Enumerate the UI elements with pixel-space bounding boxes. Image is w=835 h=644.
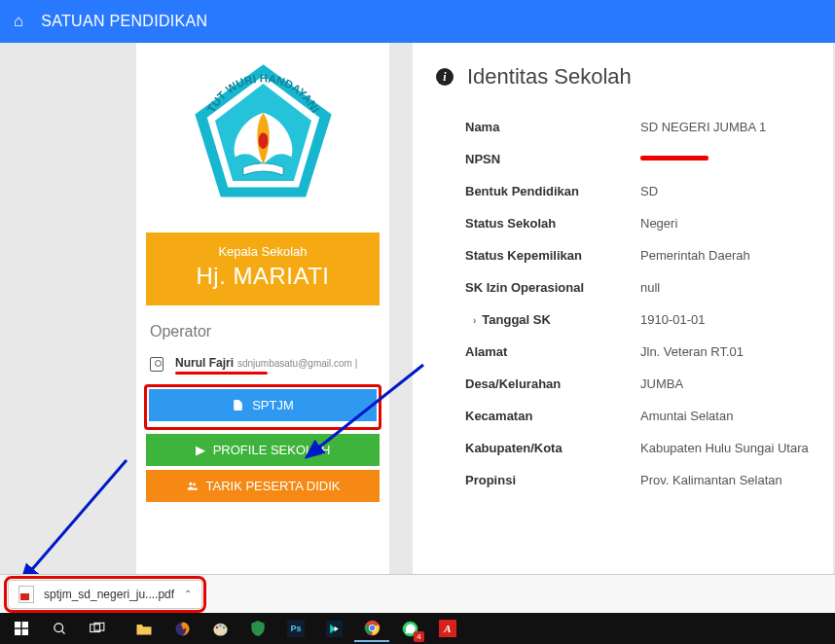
identity-row: KecamatanAmuntai Selatan xyxy=(436,400,810,432)
document-icon xyxy=(232,399,244,411)
identity-row: NamaSD NEGERI JUMBA 1 xyxy=(436,111,810,143)
identity-key: Alamat xyxy=(465,344,640,359)
start-button[interactable] xyxy=(4,615,39,642)
svg-point-2 xyxy=(189,483,192,485)
identity-row: Kabupaten/KotaKabupaten Hulu Sungai Utar… xyxy=(436,432,810,464)
identity-value: Kabupaten Hulu Sungai Utara xyxy=(640,441,809,455)
svg-point-18 xyxy=(222,626,225,628)
identity-section-header: i Identitas Sekolah xyxy=(436,64,810,89)
head-teacher-box: Kepala Sekolah Hj. MARIATI xyxy=(146,233,380,305)
pdf-icon xyxy=(18,586,34,603)
firefox-icon[interactable] xyxy=(164,615,200,642)
identity-row: Desa/KelurahanJUMBA xyxy=(436,368,810,400)
profile-button-label: PROFILE SEKOLAH xyxy=(213,443,331,457)
svg-point-3 xyxy=(193,483,196,486)
chrome-icon[interactable] xyxy=(354,615,389,642)
identity-value: SD NEGERI JUMBA 1 xyxy=(640,120,766,134)
chevron-up-icon[interactable]: ⌃ xyxy=(184,589,192,599)
identity-section-title: Identitas Sekolah xyxy=(467,64,632,89)
svg-point-17 xyxy=(219,624,222,626)
identity-key: Kabupaten/Kota xyxy=(465,441,640,455)
identity-row: Bentuk PendidikanSD xyxy=(436,175,810,207)
operator-row: Nurul Fajri sdnjumbasatu@gmail.com | xyxy=(146,354,380,375)
head-teacher-label: Kepala Sekolah xyxy=(154,244,372,259)
play-icon: ▶ xyxy=(196,443,205,457)
identity-row: AlamatJln. Veteran RT.01 xyxy=(436,336,810,368)
svg-point-10 xyxy=(54,623,62,631)
identity-value: Jln. Veteran RT.01 xyxy=(640,344,744,359)
identity-list: NamaSD NEGERI JUMBA 1NPSNBentuk Pendidik… xyxy=(436,111,810,496)
identity-row: PropinsiProv. Kalimantan Selatan xyxy=(436,464,810,496)
identity-row: Status SekolahNegeri xyxy=(436,207,810,239)
highlight-sptjm: SPTJM xyxy=(144,384,381,430)
app-header: ⌂ SATUAN PENDIDIKAN xyxy=(0,0,835,43)
identity-value: null xyxy=(640,280,660,295)
task-view-icon[interactable] xyxy=(80,615,115,642)
identity-value: SD xyxy=(640,184,658,198)
left-panel: TUT WURI HANDAYANI Kepala Sekolah Hj. MA… xyxy=(136,43,389,597)
sptjm-button[interactable]: SPTJM xyxy=(149,389,377,421)
filmora-icon[interactable] xyxy=(316,615,351,642)
identity-key: Kecamatan xyxy=(465,409,640,423)
identity-value: Pemerintah Daerah xyxy=(640,248,750,263)
operator-section-label: Operator xyxy=(150,323,380,340)
identity-value: JUMBA xyxy=(640,376,683,391)
svg-rect-7 xyxy=(22,622,28,627)
identity-value: Amuntai Selatan xyxy=(640,409,733,423)
identity-value: Negeri xyxy=(640,216,677,231)
identity-key: SK Izin Operasional xyxy=(465,280,640,295)
antivirus-icon[interactable] xyxy=(240,615,275,642)
chevron-right-icon: › xyxy=(473,315,476,326)
svg-rect-6 xyxy=(15,622,20,627)
operator-email: sdnjumbasatu@gmail.com | xyxy=(237,358,357,369)
profile-sekolah-button[interactable]: ▶ PROFILE SEKOLAH xyxy=(146,434,380,466)
acrobat-icon[interactable]: A xyxy=(430,615,465,642)
whatsapp-icon[interactable]: 4 xyxy=(392,615,427,642)
identity-value: Prov. Kalimantan Selatan xyxy=(640,473,782,487)
windows-taskbar: Ps 4 A xyxy=(0,613,835,644)
file-explorer-icon[interactable] xyxy=(127,615,162,642)
svg-point-16 xyxy=(215,626,218,628)
identity-key: NPSN xyxy=(465,152,640,166)
tarik-button-label: TARIK PESERTA DIDIK xyxy=(206,479,341,493)
identity-key: Status Sekolah xyxy=(465,216,640,231)
download-filename: sptjm_sd_negeri_ju....pdf xyxy=(44,588,174,601)
sptjm-button-label: SPTJM xyxy=(252,398,294,412)
download-chip[interactable]: sptjm_sd_negeri_ju....pdf ⌃ xyxy=(8,580,202,609)
identity-key: Nama xyxy=(465,120,640,134)
identity-key: Status Kepemilikan xyxy=(465,248,640,263)
identity-key: Desa/Kelurahan xyxy=(465,376,640,391)
svg-point-22 xyxy=(369,625,374,629)
tarik-peserta-button[interactable]: TARIK PESERTA DIDIK xyxy=(146,470,380,502)
photoshop-icon[interactable]: Ps xyxy=(278,615,313,642)
identity-value xyxy=(640,152,708,166)
tut-wuri-handayani-logo: TUT WURI HANDAYANI xyxy=(183,56,344,217)
paint-icon[interactable] xyxy=(202,615,237,642)
download-bar: sptjm_sd_negeri_ju....pdf ⌃ xyxy=(0,574,835,613)
identity-row: NPSN xyxy=(436,143,810,175)
search-icon[interactable] xyxy=(42,615,77,642)
svg-rect-9 xyxy=(22,629,28,635)
head-teacher-name: Hj. MARIATI xyxy=(154,263,372,290)
identity-row: ›Tanggal SK1910-01-01 xyxy=(436,304,810,336)
redaction-mark xyxy=(175,372,268,375)
svg-rect-8 xyxy=(15,629,20,635)
identity-row: SK Izin Operasionalnull xyxy=(436,271,810,304)
identity-row: Status KepemilikanPemerintah Daerah xyxy=(436,239,810,271)
home-icon[interactable]: ⌂ xyxy=(14,12,23,31)
main-content: TUT WURI HANDAYANI Kepala Sekolah Hj. MA… xyxy=(0,43,835,597)
operator-name: Nurul Fajri xyxy=(175,356,234,370)
page-title: SATUAN PENDIDIKAN xyxy=(41,13,207,30)
identity-key: Bentuk Pendidikan xyxy=(465,184,640,198)
info-icon: i xyxy=(436,68,454,86)
identity-key: ›Tanggal SK xyxy=(465,312,640,327)
identity-key: Propinsi xyxy=(465,473,640,487)
people-icon xyxy=(186,480,199,492)
svg-point-1 xyxy=(258,132,268,149)
identity-panel: i Identitas Sekolah NamaSD NEGERI JUMBA … xyxy=(413,43,833,597)
svg-line-11 xyxy=(61,630,64,633)
school-logo: TUT WURI HANDAYANI xyxy=(146,53,380,227)
identity-value: 1910-01-01 xyxy=(640,312,706,327)
redaction-mark xyxy=(640,156,708,161)
person-badge-icon xyxy=(150,357,163,372)
